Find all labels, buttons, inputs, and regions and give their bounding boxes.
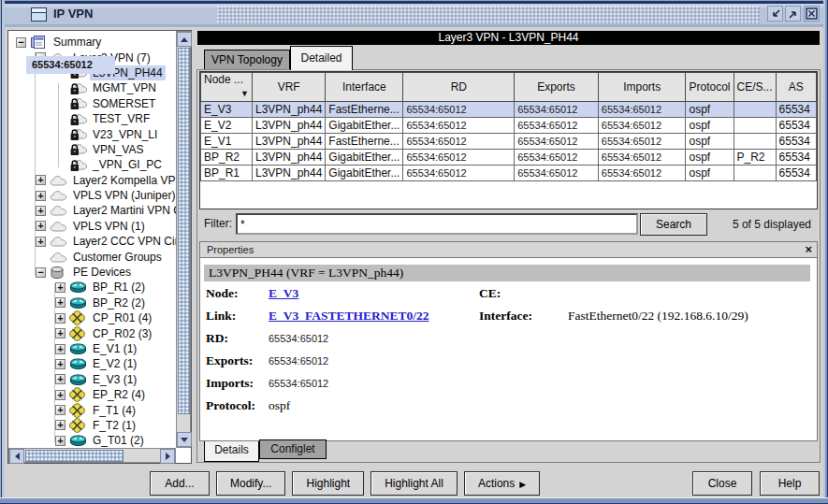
tree-hscrollbar[interactable] [8,448,176,463]
tree-item-v23-vpn-li[interactable]: V23_VPN_LI [8,126,176,141]
vscroll-thumb[interactable] [178,48,190,414]
cloud-icon [50,234,67,249]
tree-item-layer2-ccc-vpn-cir[interactable]: +Layer2 CCC VPN Cir [8,234,176,249]
tree-item-customer-groups[interactable]: Customer Groups [8,249,176,264]
cell-as: 65534 [776,118,816,134]
highlight-all-button[interactable]: Highlight All [370,471,458,496]
tab-configlet[interactable]: Configlet [259,439,327,459]
column-header-vrf[interactable]: VRF [252,73,325,102]
column-header-protocol[interactable]: Protocol [686,73,734,102]
expand-icon[interactable]: + [55,297,65,308]
collapse-icon[interactable]: − [16,37,26,48]
property-link[interactable]: E_V3 [269,286,298,301]
expand-icon[interactable]: + [36,206,46,216]
tree-item-vpls-vpn-juniper-[interactable]: +VPLS VPN (Juniper) ( [8,188,176,203]
property-link[interactable]: E_V3_FASTETHERNET0/22 [269,309,429,324]
tree-item-e-v1-1-[interactable]: +E_V1 (1) [8,341,176,356]
table-row[interactable]: E_V3L3VPN_ph44FastEtherne...65534:650126… [201,102,817,118]
scroll-left-icon[interactable] [9,449,24,464]
column-header-node-[interactable]: Node ...▼ [201,73,253,102]
maximize-icon[interactable] [785,6,801,22]
tree-item-layer2-kompella-vpn[interactable]: +Layer2 Kompella VPN [8,173,176,188]
tree-item--vpn-gi-pc[interactable]: _VPN_GI_PC [8,157,176,172]
sort-dropdown-icon[interactable]: ▼ [240,86,249,101]
table-row[interactable]: E_V2L3VPN_ph44GigabitEther...65534:65012… [201,118,817,134]
tree-item-g-t01-2-[interactable]: +G_T01 (2) [8,433,176,448]
expand-icon[interactable]: + [55,436,65,446]
property-label: Link: [206,309,236,324]
minimize-icon[interactable] [767,6,783,22]
tab-detailed[interactable]: Detailed [290,46,353,70]
scroll-down-icon[interactable] [177,432,192,447]
tree-item-label: BP_R1 (2) [90,280,148,295]
property-label: RD: [206,331,228,346]
cell-as: 65534 [776,166,816,181]
tree-item-cp-r01-4-[interactable]: +CP_R01 (4) [8,310,176,325]
tree-item-e-v2-1-[interactable]: +E_V2 (1) [8,356,176,371]
column-header-ce-s-[interactable]: CE/S... [734,73,776,102]
tree-item-ep-r2-4-[interactable]: +EP_R2 (4) [8,387,176,402]
expand-icon[interactable]: + [36,191,46,201]
expand-icon[interactable]: + [55,420,65,430]
help-button[interactable]: Help [760,471,820,496]
expand-icon[interactable]: + [55,344,65,354]
filter-input[interactable] [236,213,638,235]
search-button[interactable]: Search [640,213,707,236]
tree-item-f-t1-4-[interactable]: +F_T1 (4) [8,402,176,417]
tree-item-layer2-martini-vpn-c[interactable]: +Layer2 Martini VPN C [8,203,176,218]
property-label: Interface: [479,309,532,324]
table-row[interactable]: BP_R2L3VPN_ph44GigabitEther...65534:6501… [201,150,817,166]
table-row[interactable]: BP_R1L3VPN_ph44GigabitEther...65534:6501… [201,166,817,181]
actions-button[interactable]: Actions▶ [464,471,540,496]
tree-item-f-t2-1-[interactable]: +F_T2 (1) [8,418,176,433]
expand-icon[interactable]: + [36,175,46,185]
tree-item-bp-r2-2-[interactable]: +BP_R2 (2) [8,295,176,310]
expand-icon[interactable]: + [55,359,65,369]
vrf-table: Node ...▼VRFInterfaceRDExportsImportsPro… [199,71,818,209]
cloud-icon [50,219,67,234]
expand-icon[interactable]: + [55,328,65,338]
tree-item-label: F_T2 (1) [90,418,138,433]
column-header-exports[interactable]: Exports [515,73,599,102]
tree-item-cp-r02-3-[interactable]: +CP_R02 (3) [8,325,176,340]
tree-item-label: Layer2 Martini VPN C [70,203,176,218]
scroll-right-icon[interactable] [160,449,175,464]
collapse-icon[interactable]: − [36,267,46,278]
tree-item-somerset[interactable]: SOMERSET [8,96,176,111]
column-header-interface[interactable]: Interface [326,73,403,102]
tab-vpn-topology[interactable]: VPN Topology [204,50,290,69]
tree-item-e-v3-1-[interactable]: +E_V3 (1) [8,372,176,387]
tree-item-summary[interactable]: −Summary [8,35,176,50]
column-header-as[interactable]: AS [776,73,816,102]
expand-icon[interactable]: + [55,374,65,384]
cell-ce-s-: P_R2 [734,150,776,166]
tree-item-pe-devices[interactable]: −PE Devices [8,265,176,280]
close-button[interactable]: Close [692,471,752,496]
expand-icon[interactable]: + [55,282,65,293]
column-header-rd[interactable]: RD [403,73,515,102]
expand-icon[interactable]: + [55,405,65,415]
tree-item-bp-r1-2-[interactable]: +BP_R1 (2) [8,280,176,295]
hscroll-thumb[interactable] [25,450,123,462]
close-icon[interactable] [804,6,820,22]
column-header-imports[interactable]: Imports [598,73,686,102]
tree-item-vpn-vas[interactable]: VPN_VAS [8,142,176,157]
properties-close-icon[interactable]: × [805,242,812,256]
expand-icon[interactable]: + [55,313,65,324]
expand-icon[interactable]: + [36,237,46,247]
add--button[interactable]: Add... [150,471,210,496]
tree-item-vpls-vpn-1-[interactable]: +VPLS VPN (1) [8,219,176,234]
highlight-button[interactable]: Highlight [292,471,364,496]
table-row[interactable]: E_V1L3VPN_ph44FastEtherne...65534:650126… [201,134,817,150]
tree-vscrollbar[interactable] [176,31,191,448]
expand-icon[interactable]: + [55,390,65,400]
expand-icon[interactable]: + [36,221,46,231]
tree-item-mgmt-vpn[interactable]: MGMT_VPN [8,80,176,95]
cell-node-: E_V1 [201,134,253,150]
tree-item-test-vrf[interactable]: TEST_VRF [8,111,176,126]
cell-interface: FastEtherne... [326,134,403,150]
modify--button[interactable]: Modify... [216,471,285,496]
panel-title: Layer3 VPN - L3VPN_PH44 [197,31,820,45]
scroll-up-icon[interactable] [177,32,192,47]
tab-details[interactable]: Details [204,441,259,462]
